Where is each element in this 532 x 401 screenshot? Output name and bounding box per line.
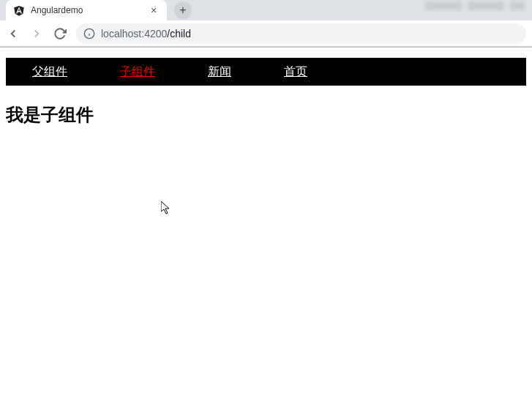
tab-bar: Angulardemo × +: [0, 0, 532, 20]
profile-blur: [468, 1, 504, 10]
nav-item-news[interactable]: 新闻: [181, 64, 258, 80]
nav-item-home[interactable]: 首页: [258, 64, 334, 80]
plus-icon: +: [179, 4, 186, 17]
reload-button[interactable]: [53, 26, 67, 41]
tab-title: Angulardemo: [31, 5, 142, 15]
site-info-icon[interactable]: [83, 28, 95, 40]
nav-item-child[interactable]: 子组件: [94, 64, 181, 80]
back-button[interactable]: [6, 26, 20, 41]
forward-button[interactable]: [29, 26, 44, 41]
new-tab-button[interactable]: +: [174, 1, 192, 19]
mouse-cursor-icon: [161, 201, 173, 219]
angular-favicon: [13, 4, 25, 16]
nav-item-parent[interactable]: 父组件: [6, 64, 94, 80]
browser-tab[interactable]: Angulardemo ×: [6, 0, 167, 20]
url-host: localhost: [101, 28, 141, 40]
url-text: localhost:4200/child: [101, 28, 191, 40]
app-nav-bar: 父组件 子组件 新闻 首页: [6, 58, 526, 86]
url-path: /child: [167, 28, 191, 40]
browser-toolbar: localhost:4200/child: [0, 20, 532, 47]
close-tab-icon[interactable]: ×: [148, 4, 160, 16]
address-bar[interactable]: localhost:4200/child: [76, 23, 526, 44]
page-heading: 我是子组件: [6, 103, 532, 127]
url-port: :4200: [141, 28, 167, 40]
profile-blur: [425, 1, 462, 10]
profile-blur: [510, 1, 525, 10]
profile-area: [425, 1, 525, 10]
page-content: 父组件 子组件 新闻 首页 我是子组件: [0, 58, 532, 127]
browser-chrome: Angulardemo × + localhost:4200/child: [0, 0, 532, 48]
